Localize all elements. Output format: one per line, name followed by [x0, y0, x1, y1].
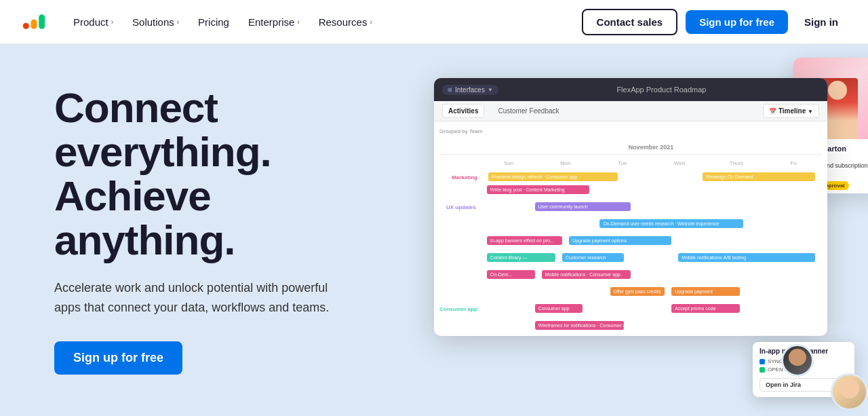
- dashboard-body: Grouped by Team November 2021 Sun Mon Tu…: [434, 121, 827, 336]
- dashboard-topbar: ⊞ Interfaces ▼ FlexApp Product Roadmap: [434, 78, 827, 101]
- timeline-area: November 2021 Sun Mon Tue Wed Thurs Fri …: [434, 137, 827, 336]
- topbar-left: ⊞ Interfaces ▼: [442, 85, 498, 95]
- chevron-down-icon: ›: [370, 18, 372, 26]
- gantt-row: Consumer app Consumer app Accept promo c…: [439, 301, 822, 316]
- gantt-bar: Offer gym pass credits: [610, 287, 665, 296]
- chevron-down-icon: ›: [111, 18, 113, 26]
- chevron-down-icon: ›: [297, 18, 299, 26]
- gantt-bar: Write blog post · Content Marketing: [487, 185, 589, 194]
- gantt-bar: Content library —: [487, 253, 555, 262]
- tab-timeline[interactable]: 📅 Timeline ▼: [763, 104, 819, 118]
- gantt-group-marketing: Marketing: [442, 174, 480, 181]
- nav-product[interactable]: Product ›: [65, 11, 121, 33]
- hero-subtext: Accelerate work and unlock potential wit…: [54, 278, 353, 318]
- gantt-bar: In-app banners effect on pro...: [487, 236, 562, 245]
- gantt-bar: Accept promo code: [671, 304, 740, 313]
- gantt-bar: Upgrade payment: [671, 287, 740, 296]
- svg-rect-0: [23, 23, 29, 29]
- timeline-days: Sun Mon Tue Wed Thurs Fri: [439, 157, 822, 168]
- timeline-month: November 2021: [480, 144, 822, 151]
- face-circle-dark: [789, 349, 806, 366]
- dashboard-subtabs: Activities Customer Feedback 📅 Timeline …: [434, 101, 827, 121]
- logo[interactable]: [22, 10, 46, 34]
- nav-links: Product › Solutions › Pricing Enterprise…: [65, 11, 582, 33]
- gantt-bar: Customer research: [562, 253, 624, 262]
- gantt-row: On-Dem... Mobile notifications · Consume…: [439, 267, 822, 282]
- gantt-bar: Upgrade payment options: [569, 236, 671, 245]
- tab-customer-feedback[interactable]: Customer Feedback: [492, 105, 564, 117]
- avatar-bottom-1: [831, 373, 868, 411]
- gantt-row: Wireframes for notifications · Consumer …: [439, 318, 822, 333]
- dashboard-card: ⊞ Interfaces ▼ FlexApp Product Roadmap A…: [434, 78, 827, 336]
- gantt-row: On-Demand user needs research · Website …: [439, 216, 822, 231]
- dashboard-title: FlexApp Product Roadmap: [504, 86, 819, 94]
- hero-headline: Connect everything. Achieve anything.: [54, 86, 407, 262]
- navbar: Product › Solutions › Pricing Enterprise…: [0, 0, 868, 44]
- gantt-bar: Redesign On Demand...: [703, 172, 815, 181]
- svg-rect-1: [31, 19, 37, 29]
- timeline-header: November 2021: [439, 140, 822, 155]
- gantt-bar: Mobile notifications · Consumer app: [542, 270, 631, 279]
- gantt-bar: On-Dem...: [487, 270, 535, 279]
- check-icon: [760, 367, 765, 373]
- nav-solutions[interactable]: Solutions ›: [124, 11, 187, 33]
- gantt-row: Offer gym pass credits Upgrade payment: [439, 284, 822, 299]
- nav-actions: Contact sales Sign up for free Sign in: [582, 9, 846, 35]
- contact-sales-button[interactable]: Contact sales: [582, 9, 678, 35]
- gantt-row: Write blog post · Content Marketing: [439, 183, 822, 197]
- avatar-head: [828, 81, 847, 100]
- gantt-bar: Mobile notifications A/B testing: [678, 253, 815, 262]
- gantt-bar: User community launch: [535, 202, 631, 211]
- gantt-bar: On-Demand user needs research · Website …: [599, 219, 743, 228]
- gantt-bar: Consumer app: [535, 304, 583, 313]
- gantt-row: UX updates User community launch: [439, 200, 822, 214]
- nav-resources[interactable]: Resources ›: [311, 11, 380, 33]
- tab-activities[interactable]: Activities: [442, 104, 484, 118]
- gantt-row: Content library — Customer research Mobi…: [439, 250, 822, 265]
- chevron-down-icon: ›: [177, 18, 179, 26]
- signin-button[interactable]: Sign in: [796, 10, 846, 34]
- hero-visual: Kayla Barton INITIATIVE On-Demand subscr…: [434, 58, 868, 416]
- sync-icon: [760, 359, 765, 364]
- avatar-bottom-2: [781, 344, 814, 377]
- gantt-row: In-app banners effect on pro... Upgrade …: [439, 233, 822, 248]
- gantt-bar: Frontend design refresh · Consumer app: [488, 172, 618, 181]
- gantt-bar: Wireframes for notifications · Consumer …: [535, 321, 624, 330]
- svg-rect-2: [39, 14, 45, 29]
- signup-hero-button[interactable]: Sign up for free: [54, 341, 182, 375]
- nav-enterprise[interactable]: Enterprise ›: [240, 11, 308, 33]
- group-by-label: Grouped by Team: [439, 128, 482, 134]
- signup-nav-button[interactable]: Sign up for free: [686, 10, 788, 34]
- nav-pricing[interactable]: Pricing: [190, 11, 237, 33]
- interfaces-pill[interactable]: ⊞ Interfaces ▼: [442, 85, 498, 95]
- hero-text: Connect everything. Achieve anything. Ac…: [54, 86, 407, 375]
- face-circle: [840, 379, 859, 398]
- hero-section: Connect everything. Achieve anything. Ac…: [0, 44, 868, 416]
